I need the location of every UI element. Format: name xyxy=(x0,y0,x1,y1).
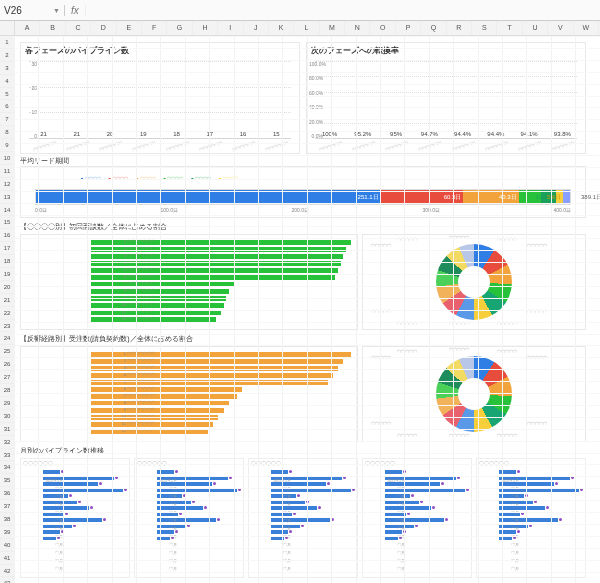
row-header[interactable]: 28 xyxy=(0,384,14,397)
col-header[interactable]: C xyxy=(66,21,91,35)
chart-conversion-rate: 次のフェーズへの転換率 100.0%80.0%60.0%40.0%20.0%0.… xyxy=(306,42,586,154)
name-box[interactable]: V26 ▼ xyxy=(0,5,65,16)
row-header[interactable]: 1 xyxy=(0,36,14,49)
row-header[interactable]: 35 xyxy=(0,474,14,487)
row-header[interactable]: 14 xyxy=(0,204,14,217)
fx-icon[interactable]: fx xyxy=(65,5,86,16)
hbar-row: 6 〇〇〇〇〇〇〇 xyxy=(91,386,351,392)
col-header[interactable]: F xyxy=(142,21,167,35)
col-header[interactable]: B xyxy=(40,21,65,35)
hbar-row: 10 〇〇〇〇〇〇〇 xyxy=(91,302,351,308)
row-header[interactable]: 15 xyxy=(0,216,14,229)
section-title-orders: 【反響経路別】受注数(請負契約数)／全体に占める割合 xyxy=(20,334,193,344)
col-header[interactable]: U xyxy=(523,21,548,35)
row-header[interactable]: 13 xyxy=(0,191,14,204)
col-header[interactable]: G xyxy=(167,21,192,35)
row-header[interactable]: 38 xyxy=(0,513,14,526)
column-headers: ABCDEFGHIJKLMNOPQRSTUVW xyxy=(0,21,600,36)
col-header[interactable]: S xyxy=(472,21,497,35)
row-header[interactable]: 18 xyxy=(0,255,14,268)
row-header[interactable]: 25 xyxy=(0,345,14,358)
col-header[interactable]: N xyxy=(345,21,370,35)
row-header[interactable]: 31 xyxy=(0,423,14,436)
row-header[interactable]: 36 xyxy=(0,487,14,500)
row-header[interactable]: 9 xyxy=(0,139,14,152)
col-header[interactable]: J xyxy=(244,21,269,35)
row-header[interactable]: 3 xyxy=(0,62,14,75)
row-header[interactable]: 5 xyxy=(0,88,14,101)
hbar-row: 9 〇〇〇〇〇〇〇 xyxy=(91,407,351,413)
row-header[interactable]: 32 xyxy=(0,436,14,449)
col-header[interactable]: L xyxy=(294,21,319,35)
row-header[interactable]: 2 xyxy=(0,49,14,62)
hbar-row: 8 〇〇〇〇〇〇〇 xyxy=(91,288,351,294)
row-header[interactable]: 33 xyxy=(0,449,14,462)
col-header[interactable]: T xyxy=(497,21,522,35)
col-header[interactable]: K xyxy=(269,21,294,35)
row-header[interactable]: 39 xyxy=(0,526,14,539)
section-title-lead-time: 平均リード期間 xyxy=(20,156,69,166)
row-header[interactable]: 21 xyxy=(0,294,14,307)
worksheet[interactable]: 1234567891011121314151617181920212223242… xyxy=(0,36,600,583)
hbar-row: 5 〇〇〇〇〇〇〇 xyxy=(91,267,351,273)
row-header[interactable]: 10 xyxy=(0,152,14,165)
col-header[interactable]: H xyxy=(193,21,218,35)
row-header[interactable]: 20 xyxy=(0,281,14,294)
row-header[interactable]: 26 xyxy=(0,358,14,371)
row-header[interactable]: 27 xyxy=(0,371,14,384)
col-header[interactable]: E xyxy=(117,21,142,35)
sheet-canvas: 各フェーズのパイプライン数 3020100 21〇〇〇〇〇〇21〇〇〇〇〇〇20… xyxy=(14,36,600,583)
row-header[interactable]: 17 xyxy=(0,242,14,255)
hbar-row: 1 〇〇〇〇〇〇〇 xyxy=(91,239,351,245)
row-header[interactable]: 22 xyxy=(0,307,14,320)
chart-title: 次のフェーズへの転換率 xyxy=(307,43,585,58)
col-header[interactable]: D xyxy=(91,21,116,35)
row-header[interactable]: 12 xyxy=(0,178,14,191)
hbar-row: 2 〇〇〇〇〇〇〇 xyxy=(91,358,351,364)
row-header[interactable]: 7 xyxy=(0,113,14,126)
col-header[interactable]: O xyxy=(370,21,395,35)
hbar-row: 1 〇〇〇〇〇〇〇 xyxy=(91,351,351,357)
row-header[interactable]: 16 xyxy=(0,229,14,242)
chart-orders-donut: 〇〇〇〇〇〇〇〇〇〇〇〇〇〇〇〇〇〇〇〇〇〇〇〇〇〇〇〇〇〇〇〇〇〇〇〇〇〇〇〇… xyxy=(362,346,586,442)
chart-first-meeting-donut: 〇〇〇〇〇〇〇〇〇〇〇〇〇〇〇〇〇〇〇〇〇〇〇〇〇〇〇〇〇〇〇〇〇〇〇〇〇〇〇〇… xyxy=(362,234,586,330)
col-header[interactable]: W xyxy=(574,21,599,35)
formula-bar: V26 ▼ fx xyxy=(0,0,600,21)
row-headers: 1234567891011121314151617181920212223242… xyxy=(0,36,15,583)
row-header[interactable]: 41 xyxy=(0,552,14,565)
col-header[interactable]: Q xyxy=(421,21,446,35)
hbar-row: 4 〇〇〇〇〇〇〇 xyxy=(91,372,351,378)
col-header[interactable]: P xyxy=(396,21,421,35)
row-header[interactable]: 30 xyxy=(0,410,14,423)
col-header[interactable]: V xyxy=(548,21,573,35)
col-header[interactable]: I xyxy=(218,21,243,35)
row-header[interactable]: 40 xyxy=(0,539,14,552)
col-header[interactable]: M xyxy=(320,21,345,35)
row-header[interactable]: 29 xyxy=(0,397,14,410)
hbar-row: 11 〇〇〇〇〇〇〇 xyxy=(91,421,351,427)
row-header[interactable]: 42 xyxy=(0,565,14,578)
cell-reference: V26 xyxy=(4,5,22,16)
row-header[interactable]: 34 xyxy=(0,461,14,474)
row-header[interactable]: 24 xyxy=(0,332,14,345)
row-header[interactable]: 23 xyxy=(0,320,14,333)
row-header[interactable]: 37 xyxy=(0,500,14,513)
hbar-row: 3 〇〇〇〇〇〇〇 xyxy=(91,253,351,259)
row-header[interactable]: 6 xyxy=(0,100,14,113)
row-header[interactable]: 19 xyxy=(0,268,14,281)
row-header[interactable]: 8 xyxy=(0,126,14,139)
col-header[interactable]: R xyxy=(447,21,472,35)
chevron-down-icon[interactable]: ▼ xyxy=(53,7,60,14)
row-header[interactable]: 4 xyxy=(0,75,14,88)
row-header[interactable]: 43 xyxy=(0,577,14,583)
col-header[interactable]: A xyxy=(15,21,40,35)
row-header[interactable]: 11 xyxy=(0,165,14,178)
